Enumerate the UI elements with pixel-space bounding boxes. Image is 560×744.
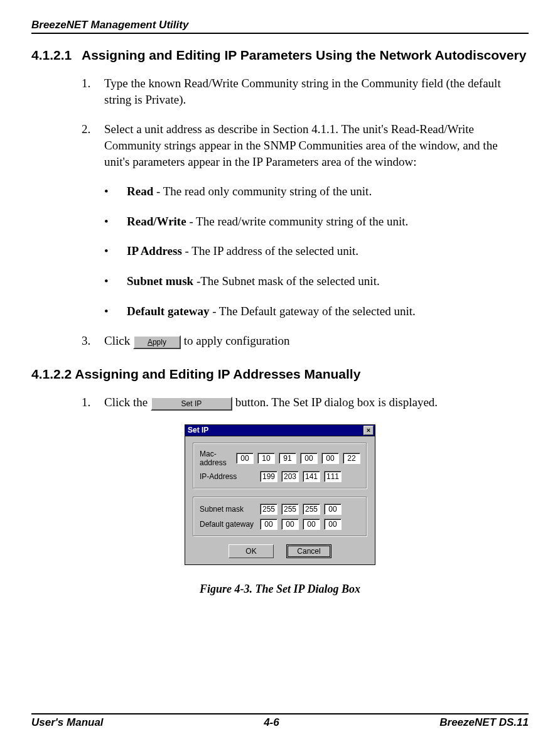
dialog-body: Mac-address 00 10 91 00 00 22 IP-Address… xyxy=(185,436,375,565)
steps-list-2: 1. Click the Set IP button. The Set IP d… xyxy=(82,394,522,411)
bullet-label: Read xyxy=(127,185,153,198)
bullet-icon: • xyxy=(104,183,127,200)
section-heading-4-1-2-2: 4.1.2.2 Assigning and Editing IP Address… xyxy=(31,367,529,382)
step-number: 1. xyxy=(82,75,104,107)
step-text-pre: Click the xyxy=(104,396,151,409)
step-number: 2. xyxy=(82,121,104,170)
apply-button[interactable]: Apply xyxy=(133,335,181,349)
gateway-field-3[interactable]: 00 xyxy=(303,519,320,530)
subnet-row: Subnet mask 255 255 255 00 xyxy=(200,504,360,515)
bullet-text: - The read/write community string of the… xyxy=(186,215,409,228)
mac-address-row: Mac-address 00 10 91 00 00 22 xyxy=(200,450,360,467)
step-3: 3. Click Apply to apply configuration xyxy=(82,333,522,349)
steps-list-1b: 3. Click Apply to apply configuration xyxy=(82,333,522,349)
bullet-item: • Read/Write - The read/write community … xyxy=(104,213,522,230)
footer-right: BreezeNET DS.11 xyxy=(439,716,529,729)
bullet-text: - The Default gateway of the selected un… xyxy=(209,305,415,318)
ip-field-3[interactable]: 141 xyxy=(303,471,320,482)
dialog-button-row: OK Cancel xyxy=(193,544,367,558)
subnet-field-3[interactable]: 255 xyxy=(303,504,320,515)
ip-field-2[interactable]: 203 xyxy=(281,471,299,482)
set-ip-dialog-figure: Set IP × Mac-address 00 10 91 00 00 22 xyxy=(31,424,529,565)
ip-field-1[interactable]: 199 xyxy=(260,471,277,482)
bullet-label: IP Address xyxy=(127,244,182,257)
dialog-titlebar[interactable]: Set IP × xyxy=(185,424,375,436)
subnet-field-4[interactable]: 00 xyxy=(324,504,342,515)
mac-address-label: Mac-address xyxy=(200,450,236,467)
apply-button-label: pply xyxy=(153,338,166,347)
bullet-text: - The read only community string of the … xyxy=(153,185,372,198)
gateway-label: Default gateway xyxy=(200,520,260,529)
subnet-field-1[interactable]: 255 xyxy=(260,504,277,515)
steps-list-1: 1. Type the known Read/Write Community s… xyxy=(82,75,522,170)
bullet-list: • Read - The read only community string … xyxy=(104,183,522,319)
cancel-button[interactable]: Cancel xyxy=(286,544,331,558)
mac-field-1[interactable]: 00 xyxy=(236,453,254,464)
dialog-title: Set IP xyxy=(188,426,208,434)
step-text: Type the known Read/Write Community stri… xyxy=(104,75,522,107)
set-ip-dialog: Set IP × Mac-address 00 10 91 00 00 22 xyxy=(185,424,375,565)
bullet-label: Default gateway xyxy=(127,305,209,318)
step-text: Select a unit address as describe in Sec… xyxy=(104,121,522,170)
page-footer: User's Manual 4-6 BreezeNET DS.11 xyxy=(31,713,529,729)
gateway-field-4[interactable]: 00 xyxy=(324,519,342,530)
section-heading-4-1-2-1: 4.1.2.1 Assigning and Editing IP Paramet… xyxy=(31,48,529,63)
step-1: 1. Type the known Read/Write Community s… xyxy=(82,75,522,107)
step-1: 1. Click the Set IP button. The Set IP d… xyxy=(82,394,522,411)
bullet-icon: • xyxy=(104,273,127,289)
section-title: Assigning and Editing IP Parameters Usin… xyxy=(82,48,529,63)
step-text-post: button. The Set IP dialog box is display… xyxy=(232,396,438,409)
step-text-post: to apply configuration xyxy=(181,334,290,347)
bullet-label: Subnet musk xyxy=(127,274,193,288)
gateway-row: Default gateway 00 00 00 00 xyxy=(200,519,360,530)
bullet-item: • Subnet musk -The Subnet mask of the se… xyxy=(104,273,522,289)
ip-address-row: IP-Address 199 203 141 111 xyxy=(200,471,360,482)
bullet-icon: • xyxy=(104,303,127,320)
bullet-item: • IP Address - The IP address of the sel… xyxy=(104,243,522,259)
step-number: 1. xyxy=(82,394,104,411)
mac-field-2[interactable]: 10 xyxy=(257,453,275,464)
ip-field-4[interactable]: 111 xyxy=(324,471,342,482)
step-text-pre: Click xyxy=(104,334,133,347)
mac-field-4[interactable]: 00 xyxy=(300,453,318,464)
ip-address-label: IP-Address xyxy=(200,472,260,481)
footer-center: 4-6 xyxy=(264,716,279,729)
gateway-field-2[interactable]: 00 xyxy=(281,519,299,530)
bullet-icon: • xyxy=(104,213,127,230)
step-number: 3. xyxy=(82,333,104,349)
bullet-label: Read/Write xyxy=(127,215,186,228)
set-ip-button[interactable]: Set IP xyxy=(151,397,232,411)
manual-header: BreezeNET Management Utility xyxy=(31,19,529,34)
step-2: 2. Select a unit address as describe in … xyxy=(82,121,522,170)
mac-field-5[interactable]: 00 xyxy=(321,453,339,464)
network-group: Subnet mask 255 255 255 00 Default gatew… xyxy=(193,497,367,537)
section-number: 4.1.2.1 xyxy=(31,48,82,63)
bullet-text: -The Subnet mask of the selected unit. xyxy=(193,274,380,288)
figure-caption: Figure 4-3. The Set IP Dialog Box xyxy=(31,583,529,596)
gateway-field-1[interactable]: 00 xyxy=(260,519,277,530)
subnet-label: Subnet mask xyxy=(200,505,260,514)
footer-left: User's Manual xyxy=(31,716,104,729)
mac-field-3[interactable]: 91 xyxy=(279,453,296,464)
bullet-text: - The IP address of the selected unit. xyxy=(182,244,358,257)
mac-field-6[interactable]: 22 xyxy=(343,453,360,464)
address-group: Mac-address 00 10 91 00 00 22 IP-Address… xyxy=(193,443,367,489)
bullet-item: • Default gateway - The Default gateway … xyxy=(104,303,522,320)
bullet-icon: • xyxy=(104,243,127,259)
ok-button[interactable]: OK xyxy=(229,544,274,558)
bullet-item: • Read - The read only community string … xyxy=(104,183,522,200)
close-icon[interactable]: × xyxy=(363,426,374,435)
subnet-field-2[interactable]: 255 xyxy=(281,504,299,515)
